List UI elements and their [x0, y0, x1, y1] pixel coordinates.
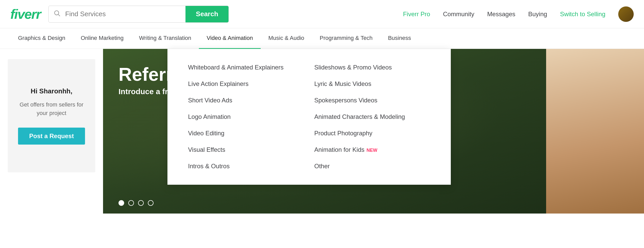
cat-music-audio[interactable]: Music & Audio	[261, 28, 312, 49]
nav-community[interactable]: Community	[443, 11, 474, 18]
dropdown-short-video[interactable]: Short Video Ads	[183, 92, 309, 109]
dropdown-product-photography[interactable]: Product Photography	[309, 125, 435, 141]
greeting-sub: Get offers from sellers for your project	[18, 100, 85, 117]
dropdown-whiteboard[interactable]: Whiteboard & Animated Explainers	[183, 59, 309, 76]
nav-buying[interactable]: Buying	[528, 11, 547, 18]
cat-video-animation[interactable]: Video & Animation	[199, 28, 260, 49]
cat-online-marketing[interactable]: Online Marketing	[73, 28, 131, 49]
search-bar: Search	[48, 6, 229, 23]
avatar-image	[618, 6, 634, 22]
cat-graphics-design[interactable]: Graphics & Design	[10, 28, 73, 49]
nav-fiverr-pro[interactable]: Fiverr Pro	[403, 11, 430, 18]
dropdown-spokespersons[interactable]: Spokespersons Videos	[309, 92, 435, 109]
avatar[interactable]	[618, 6, 634, 22]
logo[interactable]: fiverr	[10, 6, 41, 22]
dropdown-logo-animation[interactable]: Logo Animation	[183, 109, 309, 125]
header-nav: Fiverr Pro Community Messages Buying Swi…	[403, 6, 634, 22]
dropdown-slideshows[interactable]: Slideshows & Promo Videos	[309, 59, 435, 76]
cat-writing-translation[interactable]: Writing & Translation	[131, 28, 199, 49]
category-nav: Graphics & Design Online Marketing Writi…	[0, 28, 644, 49]
dropdown-lyric-music[interactable]: Lyric & Music Videos	[309, 76, 435, 92]
hero-dot-3[interactable]	[138, 200, 144, 206]
search-icon	[49, 10, 65, 19]
greeting-text: Hi Sharonhh,	[31, 87, 72, 95]
dropdown-animated-characters[interactable]: Animated Characters & Modeling	[309, 109, 435, 125]
svg-line-1	[58, 14, 60, 16]
dropdown-video-editing[interactable]: Video Editing	[183, 125, 309, 141]
nav-messages[interactable]: Messages	[487, 11, 515, 18]
video-animation-dropdown: Whiteboard & Animated Explainers Live Ac…	[167, 49, 451, 185]
dropdown-live-action[interactable]: Live Action Explainers	[183, 76, 309, 92]
header: fiverr Search Fiverr Pro Community Messa…	[0, 0, 644, 28]
new-badge: NEW	[367, 148, 377, 153]
hero-dot-2[interactable]	[128, 200, 134, 206]
left-card: Hi Sharonhh, Get offers from sellers for…	[8, 59, 95, 172]
person-image	[546, 49, 644, 214]
post-request-button[interactable]: Post a Request	[18, 128, 85, 145]
right-image	[546, 49, 644, 214]
svg-point-0	[55, 11, 59, 15]
dropdown-intros-outros[interactable]: Intros & Outros	[183, 158, 309, 174]
hero-dots	[118, 200, 154, 206]
cat-business[interactable]: Business	[380, 28, 419, 49]
hero-dot-4[interactable]	[148, 200, 154, 206]
nav-switch-to-selling[interactable]: Switch to Selling	[560, 11, 605, 18]
hero-dot-1[interactable]	[118, 200, 124, 206]
search-button[interactable]: Search	[185, 6, 228, 23]
search-input[interactable]	[65, 10, 185, 18]
dropdown-animation-kids[interactable]: Animation for KidsNEW	[309, 141, 435, 158]
dropdown-visual-effects[interactable]: Visual Effects	[183, 141, 309, 158]
dropdown-other[interactable]: Other	[309, 158, 435, 174]
cat-programming-tech[interactable]: Programming & Tech	[312, 28, 380, 49]
